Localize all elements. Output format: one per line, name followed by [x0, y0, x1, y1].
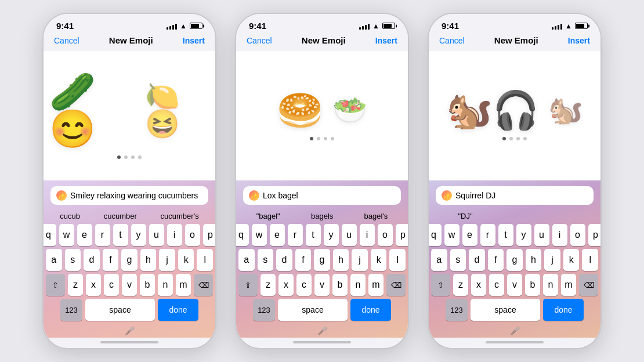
cancel-button-3[interactable]: Cancel	[439, 36, 465, 45]
emoji-main-1[interactable]: 🥒😊	[49, 73, 136, 147]
key-e-2[interactable]: e	[270, 224, 285, 246]
key-r-1[interactable]: r	[95, 224, 110, 246]
key-m-2[interactable]: m	[368, 274, 383, 296]
key-s-3[interactable]: s	[450, 249, 466, 271]
suggestion-1-3[interactable]: cucumber's	[157, 211, 202, 222]
key-h-2[interactable]: h	[333, 249, 349, 271]
key-l-3[interactable]: l	[582, 249, 598, 271]
key-l-1[interactable]: l	[197, 249, 213, 271]
search-input-wrapper-2[interactable]: ✨ Lox bagel	[243, 186, 401, 205]
key-p-1[interactable]: p	[203, 224, 217, 246]
key-n-2[interactable]: n	[350, 274, 366, 296]
delete-key-2[interactable]: ⌫	[386, 274, 406, 296]
key-q-1[interactable]: q	[42, 224, 56, 246]
suggestion-1-1[interactable]: cucub	[56, 211, 84, 222]
num-key-2[interactable]: 123	[253, 299, 275, 321]
search-input-wrapper-3[interactable]: ✨ Squirrel DJ	[436, 186, 594, 205]
key-c-1[interactable]: c	[104, 274, 119, 296]
num-key-3[interactable]: 123	[446, 299, 468, 321]
key-g-2[interactable]: g	[314, 249, 330, 271]
mic-icon-2[interactable]: 🎤	[317, 326, 327, 335]
key-j-1[interactable]: j	[159, 249, 175, 271]
suggestion-1-2[interactable]: cucumber	[100, 211, 140, 222]
key-l-2[interactable]: l	[389, 249, 406, 271]
cancel-button-1[interactable]: Cancel	[54, 36, 79, 45]
key-o-3[interactable]: o	[570, 224, 585, 246]
key-x-1[interactable]: x	[86, 274, 101, 296]
emoji-alt-1[interactable]: 🍋😆	[145, 82, 209, 138]
key-x-2[interactable]: x	[278, 274, 294, 296]
key-u-3[interactable]: u	[534, 224, 549, 246]
key-r-2[interactable]: r	[288, 224, 303, 246]
key-w-2[interactable]: w	[252, 224, 267, 246]
insert-button-3[interactable]: Insert	[568, 36, 590, 45]
delete-key-1[interactable]: ⌫	[194, 274, 213, 296]
key-k-2[interactable]: k	[371, 249, 387, 271]
key-d-2[interactable]: d	[276, 249, 292, 271]
key-c-2[interactable]: c	[296, 274, 312, 296]
space-key-1[interactable]: space	[85, 299, 155, 321]
suggestion-2-3[interactable]: bagel's	[361, 211, 392, 222]
key-s-1[interactable]: s	[65, 249, 81, 271]
key-g-3[interactable]: g	[506, 249, 523, 271]
key-s-2[interactable]: s	[258, 249, 274, 271]
key-d-3[interactable]: d	[469, 249, 485, 271]
key-h-1[interactable]: h	[140, 249, 157, 271]
key-v-2[interactable]: v	[314, 274, 330, 296]
shift-key-3[interactable]: ⇧	[431, 274, 450, 296]
key-n-3[interactable]: n	[543, 274, 558, 296]
key-o-2[interactable]: o	[378, 224, 393, 246]
mic-icon-1[interactable]: 🎤	[125, 326, 135, 335]
suggestion-3-3[interactable]	[568, 211, 575, 222]
key-f-1[interactable]: f	[103, 249, 119, 271]
key-p-2[interactable]: p	[396, 224, 410, 246]
key-t-1[interactable]: t	[113, 224, 128, 246]
key-a-1[interactable]: a	[46, 249, 62, 271]
key-b-3[interactable]: b	[525, 274, 540, 296]
key-x-3[interactable]: x	[471, 274, 486, 296]
key-w-3[interactable]: w	[444, 224, 460, 246]
key-t-3[interactable]: t	[498, 224, 513, 246]
insert-button-2[interactable]: Insert	[375, 36, 397, 45]
search-input-wrapper-1[interactable]: ✨ Smiley relaxing wearing cucumbers	[50, 186, 208, 205]
key-y-2[interactable]: y	[324, 224, 339, 246]
emoji-alt-3[interactable]: 🐿️	[548, 96, 583, 124]
suggestion-3-1[interactable]: "DJ"	[454, 211, 476, 222]
key-b-1[interactable]: b	[140, 274, 155, 296]
suggestion-2-2[interactable]: bagels	[307, 211, 337, 222]
key-z-2[interactable]: z	[261, 274, 276, 296]
emoji-main-2[interactable]: 🥯	[277, 92, 323, 129]
key-e-1[interactable]: e	[77, 224, 92, 246]
key-p-3[interactable]: p	[588, 224, 602, 246]
emoji-main-3[interactable]: 🐿️🎧	[446, 92, 539, 129]
key-m-3[interactable]: m	[561, 274, 576, 296]
shift-key-1[interactable]: ⇧	[46, 274, 65, 296]
cancel-button-2[interactable]: Cancel	[247, 36, 272, 45]
done-key-2[interactable]: done	[350, 299, 391, 321]
key-v-1[interactable]: v	[122, 274, 137, 296]
key-f-2[interactable]: f	[295, 249, 312, 271]
suggestion-3-2[interactable]	[519, 211, 526, 222]
done-key-3[interactable]: done	[543, 299, 584, 321]
key-g-1[interactable]: g	[121, 249, 138, 271]
key-a-2[interactable]: a	[238, 249, 255, 271]
mic-icon-3[interactable]: 🎤	[510, 326, 520, 335]
key-u-2[interactable]: u	[342, 224, 357, 246]
key-k-3[interactable]: k	[563, 249, 580, 271]
key-j-3[interactable]: j	[544, 249, 560, 271]
key-v-3[interactable]: v	[507, 274, 522, 296]
key-t-2[interactable]: t	[306, 224, 321, 246]
key-d-1[interactable]: d	[84, 249, 100, 271]
space-key-3[interactable]: space	[471, 299, 540, 321]
num-key-1[interactable]: 123	[60, 299, 82, 321]
shift-key-2[interactable]: ⇧	[238, 274, 258, 296]
key-m-1[interactable]: m	[176, 274, 191, 296]
delete-key-3[interactable]: ⌫	[579, 274, 598, 296]
key-w-1[interactable]: w	[59, 224, 74, 246]
key-o-1[interactable]: o	[185, 224, 200, 246]
key-z-1[interactable]: z	[68, 274, 83, 296]
key-q-2[interactable]: q	[235, 224, 249, 246]
key-h-3[interactable]: h	[526, 249, 542, 271]
key-c-3[interactable]: c	[489, 274, 504, 296]
key-y-1[interactable]: y	[131, 224, 146, 246]
